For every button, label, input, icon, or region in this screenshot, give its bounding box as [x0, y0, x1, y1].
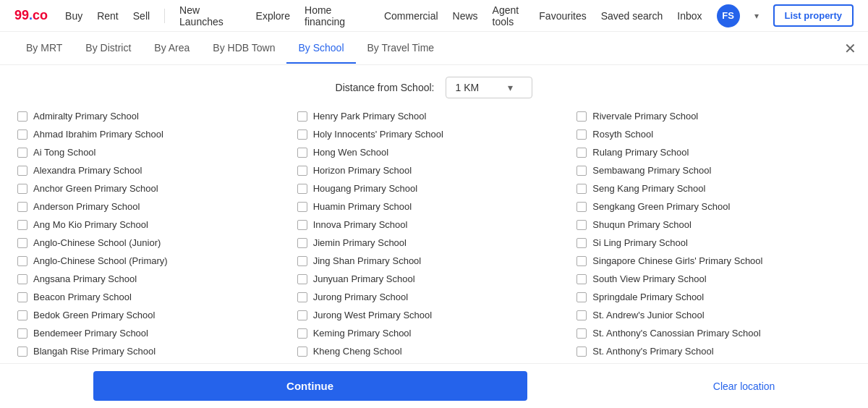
nav-commercial[interactable]: Commercial	[384, 10, 438, 22]
school-checkbox[interactable]	[576, 129, 587, 140]
list-item[interactable]: St. Andrew's Junior School	[574, 306, 854, 324]
list-item[interactable]: Kheng Cheng School	[294, 342, 574, 360]
school-checkbox[interactable]	[297, 129, 307, 140]
logo[interactable]: 99.co	[14, 8, 48, 23]
list-item[interactable]: Hougang Primary School	[294, 179, 574, 197]
list-item[interactable]: Singapore Chinese Girls' Primary School	[574, 252, 854, 270]
school-checkbox[interactable]	[297, 310, 307, 320]
school-checkbox[interactable]	[576, 111, 587, 122]
clear-location-button[interactable]: Clear location	[713, 381, 775, 392]
school-checkbox[interactable]	[297, 184, 307, 194]
list-item[interactable]: Blangah Rise Primary School	[14, 342, 294, 360]
school-checkbox[interactable]	[17, 202, 27, 212]
list-item[interactable]: Jurong Primary School	[294, 288, 574, 306]
school-checkbox[interactable]	[17, 310, 27, 320]
tab-by-travel-time[interactable]: By Travel Time	[356, 33, 446, 64]
school-checkbox[interactable]	[17, 347, 27, 357]
nav-explore[interactable]: Explore	[256, 10, 290, 22]
list-item[interactable]: Sembawang Primary School	[574, 161, 854, 179]
list-item[interactable]: Anchor Green Primary School	[14, 179, 294, 197]
list-item[interactable]: Rosyth School	[574, 125, 854, 143]
list-item[interactable]: Anderson Primary School	[14, 197, 294, 216]
school-checkbox[interactable]	[17, 184, 27, 194]
list-item[interactable]: Huamin Primary School	[294, 197, 574, 216]
school-checkbox[interactable]	[297, 256, 307, 266]
school-checkbox[interactable]	[17, 111, 27, 122]
school-checkbox[interactable]	[17, 220, 27, 230]
school-checkbox[interactable]	[297, 347, 307, 357]
school-checkbox[interactable]	[17, 328, 27, 339]
school-checkbox[interactable]	[297, 202, 307, 212]
distance-select[interactable]: 1 KM ▾	[446, 77, 532, 98]
list-item[interactable]: Ai Tong School	[14, 143, 294, 161]
nav-buy[interactable]: Buy	[65, 10, 82, 22]
list-item[interactable]: Alexandra Primary School	[14, 161, 294, 179]
list-item[interactable]: Jurong West Primary School	[294, 306, 574, 324]
list-item[interactable]: Sengkang Green Primary School	[574, 197, 854, 216]
school-checkbox[interactable]	[576, 256, 587, 266]
list-item[interactable]: Angsana Primary School	[14, 270, 294, 288]
list-item[interactable]: Anglo-Chinese School (Primary)	[14, 252, 294, 270]
list-item[interactable]: Ang Mo Kio Primary School	[14, 216, 294, 234]
list-item[interactable]: Henry Park Primary School	[294, 107, 574, 125]
continue-button[interactable]: Continue	[93, 371, 527, 401]
school-checkbox[interactable]	[576, 274, 587, 284]
school-checkbox[interactable]	[297, 238, 307, 248]
school-checkbox[interactable]	[297, 292, 307, 302]
school-checkbox[interactable]	[576, 184, 587, 194]
inbox-link[interactable]: Inbox	[677, 10, 702, 22]
close-icon[interactable]: ✕	[844, 41, 856, 56]
list-item[interactable]: Keming Primary School	[294, 324, 574, 342]
school-checkbox[interactable]	[17, 292, 27, 302]
list-item[interactable]: Admiralty Primary School	[14, 107, 294, 125]
list-item[interactable]: Springdale Primary School	[574, 288, 854, 306]
school-checkbox[interactable]	[576, 220, 587, 230]
list-item[interactable]: Jing Shan Primary School	[294, 252, 574, 270]
school-checkbox[interactable]	[576, 148, 587, 158]
saved-search-link[interactable]: Saved search	[601, 10, 663, 22]
list-item[interactable]: Horizon Primary School	[294, 161, 574, 179]
school-checkbox[interactable]	[297, 111, 307, 122]
school-checkbox[interactable]	[576, 202, 587, 212]
nav-home-financing[interactable]: Home financing	[305, 4, 370, 27]
list-item[interactable]: Ahmad Ibrahim Primary School	[14, 125, 294, 143]
list-item[interactable]: South View Primary School	[574, 270, 854, 288]
list-property-button[interactable]: List property	[773, 4, 854, 27]
tab-by-hdb-town[interactable]: By HDB Town	[201, 33, 286, 64]
list-item[interactable]: Seng Kang Primary School	[574, 179, 854, 197]
favourites-link[interactable]: Favourites	[539, 10, 586, 22]
avatar[interactable]: FS	[717, 4, 740, 27]
nav-new-launches[interactable]: New Launches	[179, 4, 242, 27]
school-checkbox[interactable]	[17, 148, 27, 158]
nav-agent-tools[interactable]: Agent tools	[493, 4, 540, 27]
school-checkbox[interactable]	[576, 238, 587, 248]
tab-by-area[interactable]: By Area	[142, 33, 201, 64]
school-checkbox[interactable]	[576, 310, 587, 320]
school-checkbox[interactable]	[297, 166, 307, 176]
list-item[interactable]: St. Anthony's Primary School	[574, 342, 854, 360]
school-checkbox[interactable]	[576, 347, 587, 357]
list-item[interactable]: Bedok Green Primary School	[14, 306, 294, 324]
list-item[interactable]: Anglo-Chinese School (Junior)	[14, 234, 294, 252]
school-checkbox[interactable]	[297, 220, 307, 230]
school-checkbox[interactable]	[576, 292, 587, 302]
nav-news[interactable]: News	[453, 10, 478, 22]
list-item[interactable]: St. Anthony's Canossian Primary School	[574, 324, 854, 342]
avatar-chevron-down-icon[interactable]: ▾	[754, 11, 759, 21]
list-item[interactable]: Si Ling Primary School	[574, 234, 854, 252]
school-checkbox[interactable]	[576, 166, 587, 176]
list-item[interactable]: Beacon Primary School	[14, 288, 294, 306]
school-checkbox[interactable]	[17, 274, 27, 284]
school-checkbox[interactable]	[17, 129, 27, 140]
school-checkbox[interactable]	[17, 166, 27, 176]
tab-by-mrt[interactable]: By MRT	[14, 33, 74, 64]
school-checkbox[interactable]	[17, 238, 27, 248]
list-item[interactable]: Shuqun Primary School	[574, 216, 854, 234]
list-item[interactable]: Hong Wen School	[294, 143, 574, 161]
list-item[interactable]: Holy Innocents' Primary School	[294, 125, 574, 143]
school-checkbox[interactable]	[297, 328, 307, 339]
nav-rent[interactable]: Rent	[97, 10, 119, 22]
tab-by-school[interactable]: By School	[286, 33, 355, 64]
school-checkbox[interactable]	[297, 148, 307, 158]
school-checkbox[interactable]	[17, 256, 27, 266]
